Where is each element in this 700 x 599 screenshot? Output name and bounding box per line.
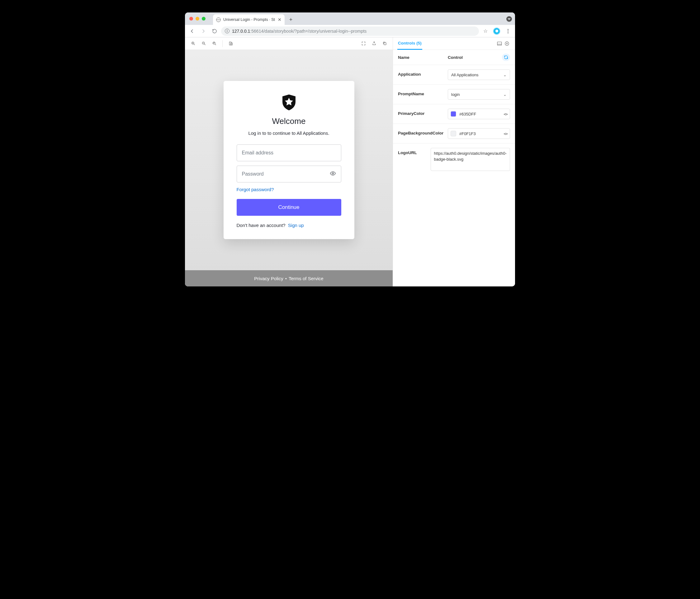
logourl-textarea[interactable]: https://auth0.design/static/images/auth0… <box>431 148 510 171</box>
story-canvas: Welcome Log in to to continue to All App… <box>185 50 393 286</box>
svg-point-6 <box>332 173 333 174</box>
zoom-out-button[interactable] <box>199 40 208 48</box>
extension-button[interactable] <box>492 26 501 36</box>
label-primarycolor: PrimaryColor <box>398 109 448 116</box>
address-bar[interactable]: i 127.0.0.1:56614/data/storybook/?path=/… <box>221 26 479 36</box>
application-select[interactable]: All Applications ⌄ <box>448 69 510 80</box>
chevron-down-icon: ⌄ <box>503 73 507 77</box>
new-tab-button[interactable]: + <box>286 15 295 24</box>
browser-menu-button[interactable] <box>503 26 512 36</box>
panel-tabs: Controls (5) <box>393 38 515 50</box>
login-subtitle: Log in to to continue to All Application… <box>236 130 341 136</box>
svg-rect-3 <box>229 42 231 45</box>
terms-link[interactable]: Terms of Service <box>289 276 324 281</box>
password-placeholder: Password <box>242 171 264 177</box>
browser-tab[interactable]: Universal Login - Prompts · St ✕ <box>213 14 284 25</box>
label-promptname: PromptName <box>398 89 448 96</box>
window-controls <box>189 17 205 21</box>
signup-row: Don't have an account? Sign up <box>236 223 341 228</box>
svg-rect-5 <box>384 43 386 45</box>
no-account-text: Don't have an account? <box>236 223 285 228</box>
footer-separator: • <box>285 276 287 281</box>
signup-link[interactable]: Sign up <box>288 223 304 228</box>
login-card: Welcome Log in to to continue to All App… <box>224 81 354 239</box>
shield-star-icon <box>281 94 297 111</box>
continue-button[interactable]: Continue <box>236 199 341 216</box>
close-tab-icon[interactable]: ✕ <box>278 17 281 22</box>
label-pagebg: PageBackgroundColor <box>398 128 448 135</box>
privacy-policy-link[interactable]: Privacy Policy <box>254 276 283 281</box>
site-info-icon[interactable]: i <box>225 29 229 33</box>
browser-window: Universal Login - Prompts · St ✕ + i 127… <box>185 13 515 286</box>
login-title: Welcome <box>236 117 341 126</box>
addons-panel: Controls (5) Name Control Application <box>393 38 515 286</box>
controls-tab[interactable]: Controls (5) <box>397 41 422 50</box>
zoom-in-button[interactable] <box>189 40 197 48</box>
password-field[interactable]: Password <box>236 166 341 182</box>
control-row-application: Application All Applications ⌄ <box>393 65 515 85</box>
color-mode-toggle-icon[interactable]: <> <box>503 112 507 117</box>
email-field[interactable]: Email address <box>236 145 341 161</box>
canvas-pane: Welcome Log in to to continue to All App… <box>185 38 393 286</box>
copy-link-button[interactable] <box>380 40 389 48</box>
chevron-down-icon: ⌄ <box>503 92 507 97</box>
header-name: Name <box>398 55 448 60</box>
minimize-window-button[interactable] <box>196 17 199 21</box>
tab-title: Universal Login - Prompts · St <box>223 18 275 22</box>
forgot-password-link[interactable]: Forgot password? <box>236 187 341 192</box>
storybook-toolbar <box>185 38 393 50</box>
reset-controls-button[interactable] <box>502 54 510 61</box>
control-row-promptname: PromptName login ⌄ <box>393 85 515 104</box>
promptname-select[interactable]: login ⌄ <box>448 89 510 100</box>
color-mode-toggle-icon[interactable]: <> <box>503 131 507 136</box>
browser-toolbar: i 127.0.0.1:56614/data/storybook/?path=/… <box>185 25 515 38</box>
pagebg-color-swatch[interactable] <box>451 131 456 136</box>
storybook: Welcome Log in to to continue to All App… <box>185 38 515 286</box>
control-row-logourl: LogoURL https://auth0.design/static/imag… <box>393 144 515 175</box>
back-button[interactable] <box>188 26 197 36</box>
reload-button[interactable] <box>210 26 219 36</box>
close-window-button[interactable] <box>189 17 193 21</box>
pagebg-input[interactable]: #F0F1F3 <> <box>448 128 510 139</box>
page-footer: Privacy Policy • Terms of Service <box>185 270 393 286</box>
zoom-reset-button[interactable] <box>210 40 219 48</box>
control-row-primarycolor: PrimaryColor #635DFF <> <box>393 104 515 124</box>
svg-rect-4 <box>230 43 232 45</box>
maximize-window-button[interactable] <box>202 17 205 21</box>
label-logourl: LogoURL <box>398 148 431 155</box>
forward-button[interactable] <box>199 26 208 36</box>
control-row-pagebg: PageBackgroundColor #F0F1F3 <> <box>393 124 515 144</box>
primarycolor-input[interactable]: #635DFF <> <box>448 109 510 119</box>
globe-icon <box>216 18 221 22</box>
fullscreen-button[interactable] <box>359 40 368 48</box>
panel-close-button[interactable] <box>503 41 511 47</box>
extension-icon <box>494 28 500 34</box>
url-text: 127.0.0.1:56614/data/storybook/?path=/st… <box>232 29 367 34</box>
primary-color-swatch[interactable] <box>451 111 456 117</box>
email-placeholder: Email address <box>242 150 273 156</box>
show-password-icon[interactable] <box>330 170 336 178</box>
browser-tabstrip: Universal Login - Prompts · St ✕ + <box>185 13 515 25</box>
panel-orientation-button[interactable] <box>496 41 503 47</box>
open-external-button[interactable] <box>370 40 378 48</box>
bookmark-button[interactable]: ☆ <box>481 26 490 36</box>
svg-rect-7 <box>497 42 501 45</box>
tab-search-button[interactable] <box>506 16 512 22</box>
brand-logo <box>236 94 341 111</box>
header-control: Control <box>448 55 502 60</box>
controls-header: Name Control <box>393 50 515 65</box>
viewport-button[interactable] <box>226 40 235 48</box>
label-application: Application <box>398 69 448 77</box>
